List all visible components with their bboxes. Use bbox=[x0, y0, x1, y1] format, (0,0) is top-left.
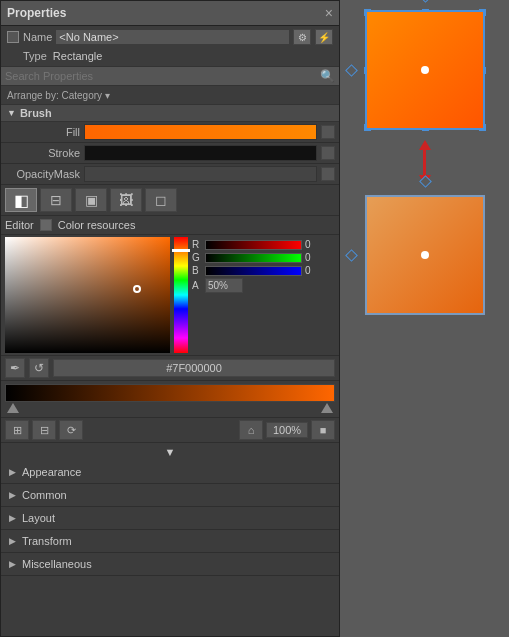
a-label: A bbox=[192, 280, 202, 291]
gradient-strip-row bbox=[1, 380, 339, 417]
g-value: 0 bbox=[305, 252, 335, 263]
alpha-input[interactable] bbox=[205, 278, 243, 293]
fill-label: Fill bbox=[5, 126, 80, 138]
zoom-input[interactable] bbox=[266, 422, 308, 438]
accordion-common[interactable]: ▶ Common bbox=[1, 484, 339, 507]
panel-title: Properties bbox=[7, 6, 66, 20]
type-row: Type Rectangle bbox=[1, 48, 339, 66]
gradient-handle-left[interactable] bbox=[7, 403, 19, 413]
arrow-up-head bbox=[419, 140, 431, 150]
brush-type-tabs: ◧ ⊟ ▣ 🖼 ◻ bbox=[1, 185, 339, 216]
transform-label: Transform bbox=[22, 535, 72, 547]
hex-input[interactable] bbox=[53, 359, 335, 377]
common-label: Common bbox=[22, 489, 67, 501]
fill-color-bar[interactable] bbox=[84, 124, 317, 140]
brush-collapse-icon: ▼ bbox=[7, 108, 16, 118]
tab-image[interactable]: 🖼 bbox=[110, 188, 142, 212]
name-checkbox[interactable] bbox=[7, 31, 19, 43]
stroke-label: Stroke bbox=[5, 147, 80, 159]
arrange-label: Arrange by: Category bbox=[7, 90, 102, 101]
brush-section-title: Brush bbox=[20, 107, 52, 119]
fill-options-icon[interactable] bbox=[321, 125, 335, 139]
tab-solid[interactable]: ◧ bbox=[5, 188, 37, 212]
hue-indicator bbox=[172, 249, 190, 252]
hex-row: ✒ ↺ bbox=[1, 355, 339, 380]
transform-expand-icon: ▶ bbox=[9, 536, 16, 546]
gradient-handle-right[interactable] bbox=[321, 403, 333, 413]
b-label: B bbox=[192, 265, 202, 276]
accordion-list: ▶ Appearance ▶ Common ▶ Layout ▶ Transfo… bbox=[1, 461, 339, 576]
red-row: R 0 bbox=[192, 239, 335, 250]
blue-slider[interactable] bbox=[205, 266, 302, 276]
search-input[interactable] bbox=[5, 70, 316, 82]
tab-radial-gradient[interactable]: ▣ bbox=[75, 188, 107, 212]
green-slider[interactable] bbox=[205, 253, 302, 263]
name-input[interactable] bbox=[56, 30, 289, 44]
r-value: 0 bbox=[305, 239, 335, 250]
fill-row: Fill bbox=[1, 122, 339, 143]
miscellaneous-label: Miscellaneous bbox=[22, 558, 92, 570]
color-picker: R 0 G 0 B 0 A bbox=[1, 235, 339, 355]
opacity-mask-bar[interactable] bbox=[84, 166, 317, 182]
r-label: R bbox=[192, 239, 202, 250]
name-label: Name bbox=[23, 31, 52, 43]
name-row: Name ⚙ ⚡ bbox=[1, 26, 339, 48]
layout-label: Layout bbox=[22, 512, 55, 524]
color-picker-dot bbox=[133, 285, 141, 293]
search-icon: 🔍 bbox=[320, 69, 335, 83]
miscellaneous-expand-icon: ▶ bbox=[9, 559, 16, 569]
toolbar-btn-1[interactable]: ⊞ bbox=[5, 420, 29, 440]
chevron-row[interactable]: ▼ bbox=[1, 442, 339, 461]
diamond-handle-left bbox=[345, 64, 358, 77]
diamond-handle-top bbox=[419, 0, 432, 3]
shape-border-bottom bbox=[365, 195, 485, 315]
tab-linear-gradient[interactable]: ⊟ bbox=[40, 188, 72, 212]
color-resources-label: Color resources bbox=[58, 219, 136, 231]
common-expand-icon: ▶ bbox=[9, 490, 16, 500]
close-button[interactable]: × bbox=[325, 5, 333, 21]
stroke-options-icon[interactable] bbox=[321, 146, 335, 160]
rgba-panel: R 0 G 0 B 0 A bbox=[192, 237, 335, 353]
title-bar: Properties × bbox=[1, 1, 339, 26]
settings-icon[interactable]: ⚙ bbox=[293, 29, 311, 45]
chevron-down-icon: ▼ bbox=[165, 446, 176, 458]
refresh-icon[interactable]: ↺ bbox=[29, 358, 49, 378]
toolbar-btn-2[interactable]: ⊟ bbox=[32, 420, 56, 440]
opacity-mask-label: OpacityMask bbox=[5, 168, 80, 180]
accordion-appearance[interactable]: ▶ Appearance bbox=[1, 461, 339, 484]
tab-none[interactable]: ◻ bbox=[145, 188, 177, 212]
arrange-row[interactable]: Arrange by: Category ▾ bbox=[1, 86, 339, 105]
hue-bar[interactable] bbox=[174, 237, 188, 353]
alpha-row: A bbox=[192, 278, 335, 293]
toolbar-end-btn[interactable]: ■ bbox=[311, 420, 335, 440]
layout-expand-icon: ▶ bbox=[9, 513, 16, 523]
accordion-layout[interactable]: ▶ Layout bbox=[1, 507, 339, 530]
brush-section-header[interactable]: ▼ Brush bbox=[1, 105, 339, 122]
editor-square-icon[interactable] bbox=[40, 219, 52, 231]
gradient-strip[interactable] bbox=[5, 384, 335, 402]
b-value: 0 bbox=[305, 265, 335, 276]
opacity-mask-row: OpacityMask bbox=[1, 164, 339, 185]
shape-bottom bbox=[365, 195, 485, 315]
accordion-miscellaneous[interactable]: ▶ Miscellaneous bbox=[1, 553, 339, 576]
gradient-handles bbox=[5, 402, 335, 414]
eyedropper-icon[interactable]: ✒ bbox=[5, 358, 25, 378]
opacity-options-icon[interactable] bbox=[321, 167, 335, 181]
toolbar-btn-3[interactable]: ⟳ bbox=[59, 420, 83, 440]
g-label: G bbox=[192, 252, 202, 263]
sat-lum-gradient-box[interactable] bbox=[5, 237, 170, 353]
editor-row: Editor Color resources bbox=[1, 216, 339, 235]
accordion-transform[interactable]: ▶ Transform bbox=[1, 530, 339, 553]
shape-center-dot-bottom bbox=[421, 251, 429, 259]
stroke-color-bar[interactable] bbox=[84, 145, 317, 161]
appearance-label: Appearance bbox=[22, 466, 81, 478]
stroke-row: Stroke bbox=[1, 143, 339, 164]
editor-label: Editor bbox=[5, 219, 34, 231]
green-row: G 0 bbox=[192, 252, 335, 263]
home-icon[interactable]: ⌂ bbox=[239, 420, 263, 440]
lightning-icon[interactable]: ⚡ bbox=[315, 29, 333, 45]
red-slider[interactable] bbox=[205, 240, 302, 250]
appearance-expand-icon: ▶ bbox=[9, 467, 16, 477]
blue-row: B 0 bbox=[192, 265, 335, 276]
shape-top bbox=[365, 10, 485, 130]
